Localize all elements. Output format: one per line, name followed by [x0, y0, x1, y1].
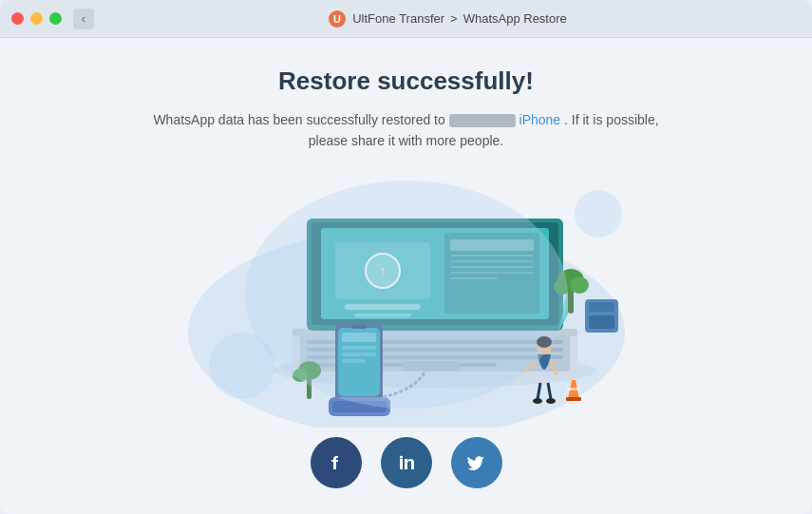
success-description: WhatsApp data has been successfully rest…	[141, 109, 672, 152]
bg-circle-large	[245, 181, 568, 409]
title-separator: >	[450, 11, 458, 26]
svg-text:U: U	[333, 13, 341, 25]
facebook-icon	[326, 452, 347, 473]
minimize-button[interactable]	[30, 12, 43, 25]
svg-rect-56	[567, 388, 580, 390]
close-button[interactable]	[11, 12, 24, 25]
social-buttons	[311, 437, 502, 488]
facebook-button[interactable]	[311, 437, 362, 488]
main-content: Restore successfully! WhatsApp data has …	[0, 38, 812, 514]
bg-circle-small-left	[209, 333, 275, 399]
illustration-area: ↑	[19, 162, 793, 428]
svg-point-58	[400, 455, 403, 458]
svg-rect-57	[400, 459, 403, 469]
svg-point-52	[533, 398, 542, 404]
svg-point-53	[546, 398, 556, 404]
bg-circle-small-right	[575, 190, 622, 238]
desc-before: WhatsApp data has been successfully rest…	[153, 112, 448, 127]
device-name-blurred	[449, 114, 516, 127]
linkedin-icon	[396, 452, 417, 473]
svg-rect-33	[589, 315, 614, 329]
svg-rect-55	[566, 397, 581, 401]
device-type: iPhone	[519, 112, 561, 127]
svg-point-29	[570, 276, 589, 294]
app-icon: U	[328, 10, 347, 29]
twitter-icon	[466, 452, 487, 473]
back-button[interactable]: ‹	[73, 9, 94, 29]
linkedin-button[interactable]	[381, 437, 432, 488]
app-name: UltFone Transfer	[352, 11, 444, 26]
titlebar-title: U UltFone Transfer > WhatsApp Restore	[94, 10, 801, 29]
maximize-button[interactable]	[49, 12, 62, 25]
traffic-lights	[11, 12, 62, 25]
success-title: Restore successfully!	[278, 67, 534, 96]
svg-rect-32	[589, 302, 614, 312]
page-name: WhatsApp Restore	[463, 11, 567, 26]
titlebar: ‹ U UltFone Transfer > WhatsApp Restore	[0, 0, 812, 38]
twitter-button[interactable]	[451, 437, 502, 488]
